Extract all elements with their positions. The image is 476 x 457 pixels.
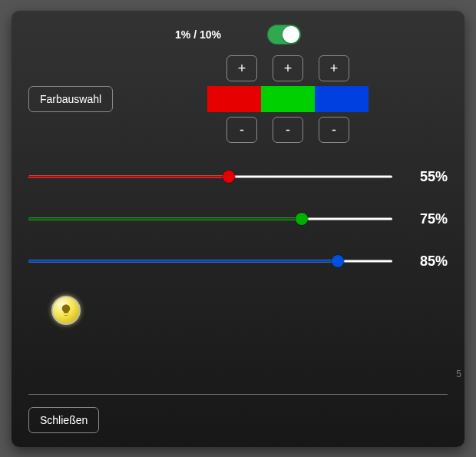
blue-decrement-button[interactable]: - — [319, 117, 349, 143]
red-decrement-button[interactable]: - — [226, 117, 257, 143]
blue-value-label: 85% — [406, 253, 448, 270]
red-fill — [28, 176, 229, 178]
blue-swatch — [315, 86, 369, 112]
increment-row: + + + — [226, 55, 349, 81]
blue-thumb[interactable] — [332, 255, 344, 267]
header-row: 1% / 10% — [28, 25, 448, 45]
green-swatch — [261, 86, 315, 112]
red-slider-row: 55% — [28, 169, 448, 185]
green-slider[interactable] — [28, 213, 392, 225]
green-value-label: 75% — [406, 211, 448, 227]
bulb-button[interactable] — [51, 296, 81, 325]
toggle-knob — [283, 26, 299, 43]
red-value-label: 55% — [406, 169, 448, 185]
step-size-label: 1% / 10% — [175, 28, 221, 41]
axis-tick-5: 5 — [456, 369, 461, 379]
blue-slider-row: 85% — [28, 253, 448, 270]
rgb-stepper-grid: + + + - - - — [207, 55, 369, 143]
step-size-toggle[interactable] — [267, 25, 301, 45]
green-fill — [28, 218, 302, 220]
blue-slider[interactable] — [28, 255, 392, 267]
green-slider-row: 75% — [28, 211, 448, 227]
decrement-row: - - - — [226, 117, 349, 143]
red-thumb[interactable] — [223, 171, 235, 183]
footer-divider — [28, 394, 448, 395]
green-thumb[interactable] — [296, 213, 308, 225]
red-swatch — [207, 86, 261, 112]
color-controls-area: Farbauswahl + + + - - - — [28, 55, 448, 143]
close-button[interactable]: Schließen — [28, 407, 99, 433]
bulb-icon — [59, 303, 73, 317]
swatch-row — [207, 86, 369, 112]
blue-fill — [28, 260, 338, 263]
green-increment-button[interactable]: + — [273, 55, 303, 81]
red-slider[interactable] — [28, 171, 392, 183]
green-decrement-button[interactable]: - — [273, 117, 303, 143]
footer: Schließen — [28, 394, 448, 433]
sliders-section: 55% 75% 85% — [28, 169, 448, 270]
color-picker-button[interactable]: Farbauswahl — [28, 86, 113, 112]
blue-increment-button[interactable]: + — [319, 55, 349, 81]
red-increment-button[interactable]: + — [226, 55, 257, 81]
color-settings-panel: 1% / 10% Farbauswahl + + + - - - — [12, 11, 464, 447]
